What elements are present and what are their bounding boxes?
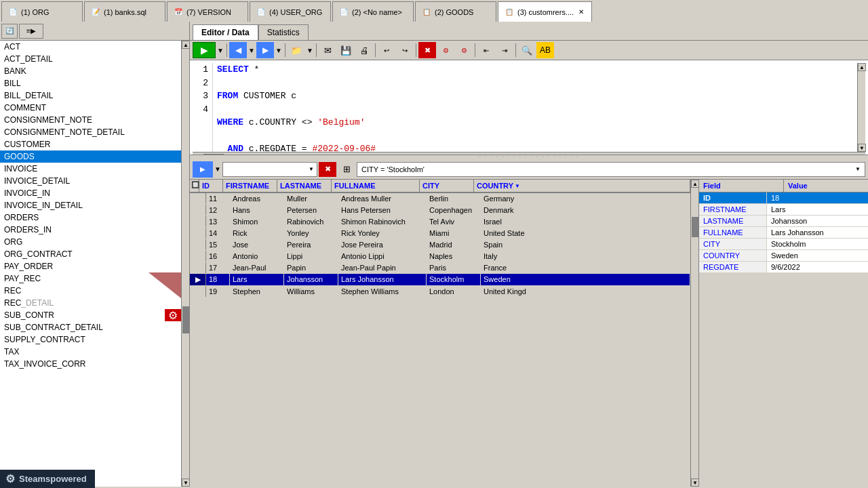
back-dropdown[interactable]: ▼ bbox=[248, 42, 256, 58]
back-button[interactable]: ◀ bbox=[229, 42, 247, 58]
forward-button[interactable]: ▶ bbox=[256, 42, 274, 58]
fv-row[interactable]: COUNTRY Sweden bbox=[699, 250, 868, 262]
sql-v-scrollbar[interactable]: ▲ ▼ bbox=[857, 63, 865, 152]
save-as-button[interactable]: ✉ bbox=[319, 42, 336, 58]
sidebar-item-org[interactable]: ORG bbox=[0, 236, 181, 248]
sidebar-scroll-down[interactable]: ▼ bbox=[182, 479, 189, 487]
sidebar-item-goods[interactable]: GOODS bbox=[0, 150, 181, 163]
tab-customers-close[interactable]: ✕ bbox=[576, 7, 586, 17]
sidebar-scroll-up[interactable]: ▲ bbox=[182, 41, 189, 49]
run-button[interactable]: ▶ bbox=[193, 42, 216, 58]
refresh-button[interactable]: 🔄 bbox=[1, 24, 18, 39]
sidebar-item-orders-in[interactable]: ORDERS_IN bbox=[0, 224, 181, 236]
sql-content[interactable]: SELECT * FROM CUSTOMER c WHERE c.COUNTRY… bbox=[213, 63, 857, 152]
tab-customers[interactable]: 📋 (3) customrers.... ✕ bbox=[498, 1, 592, 22]
sidebar-item-invoice[interactable]: INVOICE bbox=[0, 163, 181, 175]
sidebar-item-bill[interactable]: BILL bbox=[0, 77, 181, 89]
sidebar-item-consignment-note-detail[interactable]: CONSIGNMENT_NOTE_DETAIL bbox=[0, 126, 181, 138]
format1-button[interactable]: ⚙ bbox=[437, 42, 454, 58]
data-run-dropdown[interactable]: ▼ bbox=[214, 161, 221, 178]
grid-scroll-track[interactable] bbox=[691, 188, 698, 479]
print-button[interactable]: 🖨 bbox=[355, 42, 373, 58]
forward-dropdown[interactable]: ▼ bbox=[275, 42, 283, 58]
sidebar-item-pay-order[interactable]: PAY_ORDER bbox=[0, 260, 181, 272]
tab-goods[interactable]: 📋 (2) GOODS bbox=[415, 1, 496, 22]
run-dropdown[interactable]: ▼ bbox=[216, 42, 224, 58]
table-row[interactable]: 13 Shimon Rabinovich Shimon Rabinovich T… bbox=[190, 216, 690, 228]
sql-scroll-up[interactable]: ▲ bbox=[858, 63, 866, 71]
grid-col-fullname[interactable]: FULLNAME bbox=[332, 180, 420, 192]
fv-row[interactable]: ID 18 bbox=[699, 192, 868, 204]
sidebar-item-sub-contract-detail[interactable]: SUB_CONTRACT_DETAIL bbox=[0, 321, 181, 333]
sql-h-scroll-track[interactable] bbox=[201, 154, 857, 156]
tab-org[interactable]: 📄 (1) ORG bbox=[1, 1, 83, 22]
redo-button[interactable]: ↪ bbox=[396, 42, 414, 58]
grid-v-scrollbar[interactable]: ▲ ▼ bbox=[690, 180, 698, 487]
sidebar-item-bank[interactable]: BANK bbox=[0, 65, 181, 77]
clear-filter-button[interactable]: ✖ bbox=[319, 162, 336, 177]
indent-right-button[interactable]: ⇥ bbox=[496, 42, 513, 58]
grid-col-country[interactable]: COUNTRY ▼ bbox=[474, 180, 690, 192]
table-row[interactable]: 14 Rick Yonley Rick Yonley Miami United … bbox=[190, 228, 690, 239]
sidebar-item-bill-detail[interactable]: BILL_DETAIL bbox=[0, 89, 181, 102]
subtab-editor[interactable]: Editor / Data bbox=[193, 24, 258, 40]
open-dropdown[interactable]: ▼ bbox=[306, 42, 314, 58]
grid-col-lastname[interactable]: LASTNAME bbox=[277, 180, 332, 192]
sidebar-scroll-track[interactable] bbox=[182, 49, 189, 479]
sidebar-item-orders[interactable]: ORDERS bbox=[0, 211, 181, 224]
sidebar-item-consignment-note[interactable]: CONSIGNMENT_NOTE bbox=[0, 114, 181, 126]
filter-expression[interactable]: CITY = 'Stockholm' ▼ bbox=[357, 162, 865, 177]
filter-button[interactable]: ⊞ bbox=[338, 162, 355, 177]
sidebar-item-act-detail[interactable]: ACT_DETAIL bbox=[0, 53, 181, 65]
grid-col-firstname[interactable]: FIRSTNAME bbox=[223, 180, 277, 192]
replace-button[interactable]: AB bbox=[536, 42, 554, 58]
format2-button[interactable]: ⚙ bbox=[455, 42, 473, 58]
fv-row[interactable]: LASTNAME Johansson bbox=[699, 216, 868, 227]
tab-version[interactable]: 📅 (7) VERSION bbox=[167, 1, 248, 22]
table-row[interactable]: 19 Stephen Williams Stephen Williams Lon… bbox=[190, 286, 690, 298]
fv-col-value[interactable]: Value bbox=[784, 180, 868, 192]
table-row[interactable]: 17 Jean-Paul Papin Jean-Paul Papin Paris… bbox=[190, 262, 690, 274]
fv-col-field[interactable]: Field bbox=[699, 180, 784, 192]
sidebar-item-rec-detail[interactable]: REC_DETAIL bbox=[0, 297, 181, 309]
table-row[interactable]: 11 Andreas Muller Andreas Muller Berlin … bbox=[190, 193, 690, 205]
table-row[interactable]: 15 Jose Pereira Jose Pereira Madrid Spai… bbox=[190, 239, 690, 251]
table-row[interactable]: 12 Hans Petersen Hans Petersen Copenhage… bbox=[190, 205, 690, 216]
save-button[interactable]: 💾 bbox=[337, 42, 355, 58]
sql-h-scroll-right[interactable]: ▶ bbox=[857, 152, 865, 156]
sidebar-item-invoice-in-detail[interactable]: INVOICE_IN_DETAIL bbox=[0, 199, 181, 211]
sidebar-scrollbar[interactable]: ▲ ▼ bbox=[181, 41, 189, 487]
sql-editor[interactable]: 1 2 3 4 SELECT * FROM CUSTOMER c WHERE c… bbox=[190, 60, 868, 155]
indent-left-button[interactable]: ⇤ bbox=[477, 42, 495, 58]
subtab-statistics[interactable]: Statistics bbox=[258, 24, 309, 40]
sidebar-item-invoice-detail[interactable]: INVOICE_DETAIL bbox=[0, 175, 181, 187]
open-button[interactable]: 📁 bbox=[288, 42, 305, 58]
grid-col-id[interactable]: ID bbox=[199, 180, 223, 192]
sql-scroll-down[interactable]: ▼ bbox=[858, 144, 866, 152]
sidebar-item-tax-invoice-corr[interactable]: TAX_INVOICE_CORR bbox=[0, 358, 181, 370]
sidebar-item-customer[interactable]: CUSTOMER bbox=[0, 138, 181, 150]
sidebar-item-org-contract[interactable]: ORG_CONTRACT bbox=[0, 248, 181, 260]
table-row[interactable]: 16 Antonio Lippi Antonio Lippi Naples It… bbox=[190, 251, 690, 262]
stop-button[interactable]: ✖ bbox=[418, 42, 436, 58]
undo-button[interactable]: ↩ bbox=[378, 42, 395, 58]
sidebar-item-invoice-in[interactable]: INVOICE_IN bbox=[0, 187, 181, 199]
tab-banks[interactable]: 📝 (1) banks.sql bbox=[84, 1, 165, 22]
fv-row[interactable]: CITY Stockholm bbox=[699, 239, 868, 250]
grid-col-city[interactable]: CITY bbox=[420, 180, 474, 192]
sidebar-item-pay-rec[interactable]: PAY_REC bbox=[0, 272, 181, 285]
sql-h-scroll-left[interactable]: ◀ bbox=[193, 152, 201, 156]
sidebar-item-comment[interactable]: COMMENT bbox=[0, 102, 181, 114]
sidebar-item-tax[interactable]: TAX bbox=[0, 346, 181, 358]
sidebar-item-sub-contract[interactable]: SUB_CONTR⚙ bbox=[0, 309, 181, 321]
filter-type-dropdown[interactable]: ▼ bbox=[222, 162, 317, 177]
tab-noname[interactable]: 📄 (2) <No name> bbox=[332, 1, 414, 22]
sidebar-item-supply-contract[interactable]: SUPPLY_CONTRACT bbox=[0, 333, 181, 346]
fv-row[interactable]: REGDATE 9/6/2022 bbox=[699, 262, 868, 273]
fv-row[interactable]: FIRSTNAME Lars bbox=[699, 204, 868, 216]
sidebar-item-act[interactable]: ACT bbox=[0, 41, 181, 53]
find-button[interactable]: 🔍 bbox=[518, 42, 536, 58]
tab-user-org[interactable]: 📄 (4) USER_ORG bbox=[250, 1, 331, 22]
data-run-button[interactable]: ▶ bbox=[193, 161, 213, 178]
menu-button[interactable]: ≡▶ bbox=[19, 24, 43, 39]
